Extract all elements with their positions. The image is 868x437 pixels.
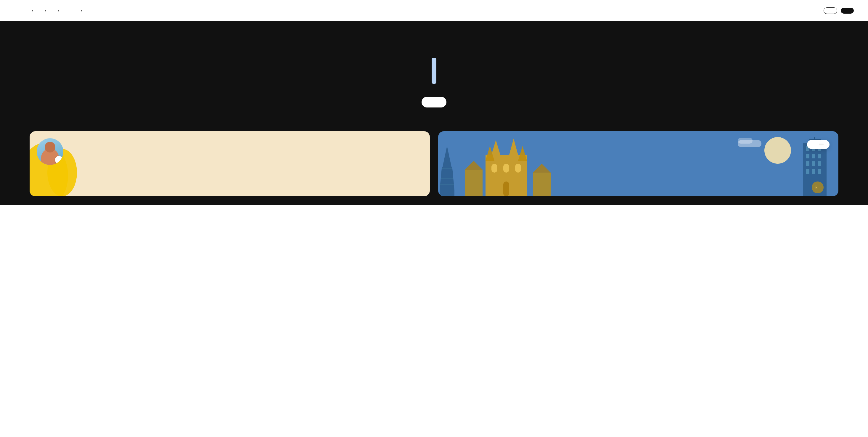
- svg-rect-19: [533, 173, 551, 196]
- nav-item-why-deel[interactable]: ▾: [52, 6, 63, 14]
- card-right: $: [438, 131, 838, 196]
- nav-item-use-cases[interactable]: ▾: [39, 6, 50, 14]
- svg-rect-31: [806, 169, 809, 174]
- card-left: [30, 131, 430, 196]
- book-demo-button[interactable]: [422, 97, 446, 107]
- navbar: ▾ ▾ ▾ ▾: [0, 0, 868, 21]
- svg-rect-29: [812, 161, 815, 166]
- request-demo-button[interactable]: [841, 8, 854, 13]
- chevron-down-icon: ▾: [45, 9, 46, 12]
- login-button[interactable]: [824, 7, 837, 14]
- svg-rect-15: [515, 164, 521, 173]
- svg-rect-17: [465, 170, 483, 196]
- nav-item-pricing[interactable]: [65, 8, 73, 13]
- svg-rect-25: [806, 154, 809, 158]
- svg-rect-13: [491, 164, 497, 173]
- hero-title: [301, 59, 567, 83]
- cards-section: $: [6, 131, 862, 196]
- france-badge: [807, 140, 830, 149]
- svg-rect-28: [806, 161, 809, 166]
- avatar: [37, 138, 63, 165]
- svg-text:$: $: [815, 185, 817, 190]
- nav-links: ▾ ▾ ▾ ▾: [26, 6, 824, 14]
- chevron-down-icon: ▾: [58, 9, 59, 12]
- svg-marker-18: [465, 161, 483, 170]
- hero-section: $: [0, 21, 868, 205]
- svg-marker-10: [509, 138, 518, 155]
- svg-rect-27: [818, 154, 821, 158]
- country-count: [819, 144, 824, 145]
- city-illustration: $: [438, 131, 838, 196]
- svg-rect-14: [503, 164, 509, 173]
- nav-actions: [824, 7, 854, 14]
- svg-rect-26: [812, 154, 815, 158]
- flag-denmark: [55, 156, 63, 164]
- card-avatar-row: [37, 138, 423, 165]
- svg-rect-16: [503, 182, 509, 196]
- hero-title-highlight: [432, 58, 436, 84]
- svg-rect-30: [818, 161, 821, 166]
- svg-marker-12: [518, 146, 527, 161]
- svg-marker-9: [491, 140, 500, 155]
- nav-item-resources[interactable]: ▾: [75, 6, 87, 14]
- svg-rect-32: [812, 169, 815, 174]
- country-badge-container: [807, 140, 830, 149]
- chevron-down-icon: ▾: [32, 9, 33, 12]
- svg-marker-20: [533, 164, 551, 173]
- nav-item-platform[interactable]: ▾: [26, 6, 37, 14]
- svg-point-36: [812, 182, 824, 193]
- svg-rect-33: [818, 169, 821, 174]
- chevron-down-icon: ▾: [81, 9, 82, 12]
